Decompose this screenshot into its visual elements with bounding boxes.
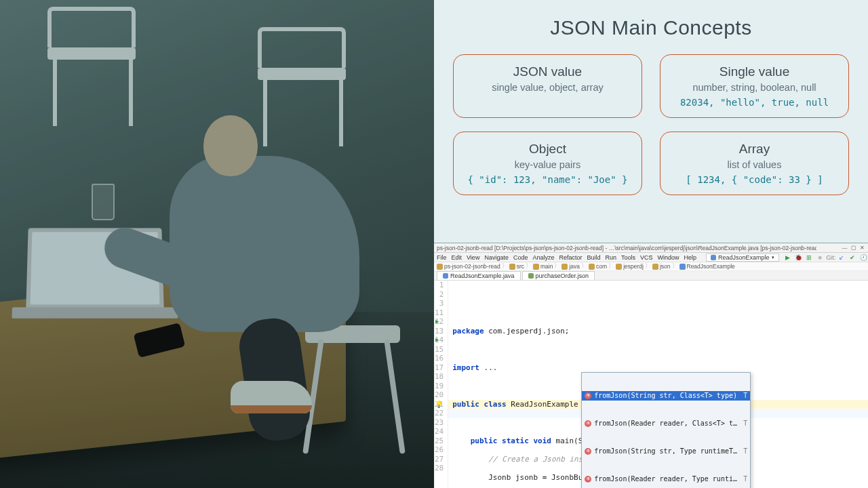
code-editor[interactable]: ▶ ▶ 💡 1 2 3 11 12 13 14 15 16 17 18 19 2… — [434, 281, 868, 488]
maximize-icon[interactable]: ▢ — [850, 245, 856, 251]
chevron-down-icon: ▾ — [772, 255, 774, 260]
card-example: [ 1234, { "code": 33 } ] — [669, 174, 840, 185]
card-subtitle: number, string, boolean, null — [669, 82, 840, 93]
navigation-bar[interactable]: ps-json-02-jsonb-read〉 src〉 main〉 java〉 … — [434, 262, 868, 271]
folder-icon — [533, 264, 539, 270]
completion-item[interactable]: mfromJson(String str, Class<T> type)T — [582, 391, 750, 401]
concepts-slide: JSON Main Concepts JSON value single val… — [434, 0, 868, 243]
tab-readjsonexample[interactable]: ReadJsonExample.java — [437, 271, 521, 280]
run-line-marker[interactable]: ▶ — [435, 317, 439, 327]
vcs-update-icon[interactable]: ↙ — [838, 253, 846, 261]
card-title: JSON value — [462, 64, 633, 79]
card-single-value: Single value number, string, boolean, nu… — [660, 54, 849, 118]
line-number-gutter[interactable]: 1 2 3 11 12 13 14 15 16 17 18 19 20 21 2… — [435, 281, 448, 488]
run-config-selector[interactable]: ReadJsonExample ▾ — [706, 253, 779, 262]
card-array: Array list of values [ 1234, { "code": 3… — [660, 131, 849, 195]
coverage-icon[interactable]: ⊞ — [806, 253, 813, 261]
menubar: File Edit View Navigate Code Analyze Ref… — [434, 253, 868, 262]
menu-edit[interactable]: Edit — [452, 254, 462, 261]
card-json-value: JSON value single value, object, array — [453, 54, 642, 118]
run-icon[interactable]: ▶ — [784, 253, 791, 261]
card-subtitle: single value, object, array — [462, 82, 633, 93]
menu-build[interactable]: Build — [587, 254, 600, 261]
menu-vcs[interactable]: VCS — [640, 254, 653, 261]
intention-bulb-icon[interactable]: 💡 — [435, 400, 443, 409]
menu-run[interactable]: Run — [606, 254, 617, 261]
debug-icon[interactable]: 🐞 — [795, 253, 802, 261]
json-file-icon — [528, 273, 534, 279]
code-completion-popup[interactable]: mfromJson(String str, Class<T> type)T mf… — [581, 372, 751, 488]
folder-icon — [561, 264, 568, 270]
menu-tools[interactable]: Tools — [621, 254, 635, 261]
menu-code[interactable]: Code — [513, 254, 528, 261]
window-title: ps-json-02-jsonb-read [D:\Projects\ps-js… — [437, 245, 816, 251]
menu-window[interactable]: Window — [658, 254, 679, 261]
folder-icon — [509, 264, 515, 270]
method-icon: m — [585, 420, 591, 427]
vcs-commit-icon[interactable]: ✔ — [849, 253, 856, 261]
card-example: 82034, "hello", true, null — [669, 97, 840, 108]
ide-window: ps-json-02-jsonb-read [D:\Projects\ps-js… — [434, 243, 868, 488]
menu-help[interactable]: Help — [684, 254, 697, 261]
folder-icon — [616, 264, 622, 270]
folder-icon — [589, 264, 595, 270]
card-title: Array — [669, 142, 840, 157]
card-subtitle: key-value pairs — [462, 159, 633, 170]
completion-item[interactable]: mfromJson(String str, Type runtimeT…T — [582, 447, 750, 456]
menu-refactor[interactable]: Refactor — [559, 254, 582, 261]
vcs-history-icon[interactable]: 🕘 — [860, 253, 867, 261]
menu-view[interactable]: View — [467, 254, 479, 261]
menu-analyze[interactable]: Analyze — [532, 254, 554, 261]
minimize-icon[interactable]: — — [842, 245, 848, 251]
class-icon — [711, 255, 716, 260]
close-icon[interactable]: ✕ — [859, 245, 865, 251]
stop-icon[interactable]: ■ — [816, 253, 824, 261]
completion-item[interactable]: mfromJson(Reader reader, Type runti…T — [582, 474, 750, 484]
slide-title: JSON Main Concepts — [453, 16, 849, 39]
tab-purchaseorder[interactable]: purchaseOrder.json — [522, 271, 595, 280]
card-subtitle: list of values — [669, 159, 840, 170]
java-file-icon — [443, 273, 448, 279]
ide-titlebar: ps-json-02-jsonb-read [D:\Projects\ps-js… — [434, 243, 868, 253]
menu-file[interactable]: File — [437, 254, 447, 261]
card-example: { "id": 123, "name": "Joe" } — [462, 174, 633, 185]
run-line-marker[interactable]: ▶ — [435, 336, 439, 345]
module-icon — [437, 264, 443, 270]
folder-icon — [652, 264, 658, 270]
card-title: Object — [462, 142, 633, 157]
editor-tabs: ReadJsonExample.java purchaseOrder.json — [434, 271, 868, 281]
completion-item[interactable]: mfromJson(Reader reader, Class<T> t…T — [582, 419, 750, 428]
class-icon — [679, 264, 686, 270]
course-hero-photo — [0, 0, 434, 488]
menu-navigate[interactable]: Navigate — [484, 254, 509, 261]
method-icon: m — [585, 476, 591, 483]
gutter-run-markers[interactable]: ▶ ▶ 💡 — [434, 281, 435, 488]
method-icon: m — [585, 448, 591, 455]
method-icon: m — [585, 392, 591, 399]
card-object: Object key-value pairs { "id": 123, "nam… — [453, 131, 642, 195]
card-title: Single value — [669, 64, 840, 79]
